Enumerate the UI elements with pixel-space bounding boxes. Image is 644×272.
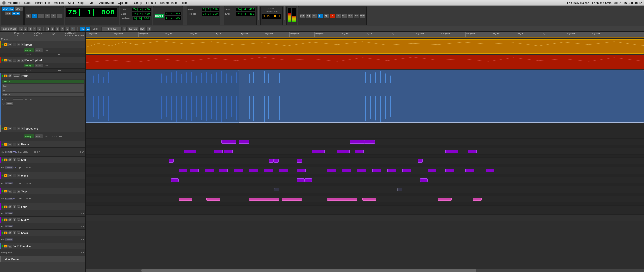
menu-ansicht[interactable]: Ansicht xyxy=(54,1,64,5)
four-clip-2[interactable] xyxy=(297,178,304,182)
tool-btn-3[interactable]: ↔ xyxy=(38,14,44,18)
zoom-v-btn[interactable]: V± xyxy=(86,27,91,31)
wong-solo[interactable]: S xyxy=(4,174,8,177)
sifu-clip-2[interactable] xyxy=(214,150,223,153)
menu-audiosuite[interactable]: AudioSuite xyxy=(99,1,114,5)
boom-insert-1[interactable]: kmEng xyxy=(24,48,34,52)
menu-optionen[interactable]: Optionen xyxy=(118,1,130,5)
wong-clip-5[interactable] xyxy=(418,159,423,163)
tapp-clip-7[interactable] xyxy=(264,169,273,172)
play-btn[interactable]: ▶ xyxy=(317,14,323,18)
ratchet-mute[interactable]: M xyxy=(8,143,12,146)
loop-btn[interactable]: ↺ xyxy=(336,14,341,18)
mtc-btn[interactable]: MTC xyxy=(360,14,365,18)
tapp-clip-17[interactable] xyxy=(445,169,454,172)
structperc-p[interactable]: P xyxy=(21,127,25,130)
zoom-h-btn[interactable]: H± xyxy=(80,27,85,31)
spot-btn[interactable]: SPOT xyxy=(15,7,23,11)
probrk-lasso[interactable]: Lasso xyxy=(13,74,20,77)
boom-c-btn[interactable]: C xyxy=(13,43,16,46)
boomtopend-solo[interactable]: S xyxy=(4,59,8,62)
probrk-insert-4[interactable]: EQ3 1B xyxy=(2,92,84,96)
abc-btn[interactable]: A/B xyxy=(354,14,359,18)
structperc-insert-1[interactable]: kmEng xyxy=(24,134,34,138)
structperc-mute[interactable]: M xyxy=(8,127,12,130)
shake-clip-6[interactable] xyxy=(362,198,376,201)
fade-in-val[interactable]: 0| 0| 000 xyxy=(133,16,150,20)
zoom-btn-5[interactable]: 5 xyxy=(37,27,41,31)
start-val2[interactable]: 74| 4| 480 xyxy=(236,7,255,11)
post-roll-toggle[interactable]: PST xyxy=(348,14,353,18)
sifu-clip-6[interactable] xyxy=(355,150,364,153)
ratchet-clip-2[interactable] xyxy=(239,140,249,144)
menu-hilfe[interactable]: Hilfe xyxy=(181,1,187,5)
shake-clip-1[interactable] xyxy=(179,198,192,201)
four-clip-3[interactable] xyxy=(304,178,312,182)
probrk-fader[interactable] xyxy=(13,98,23,100)
h-scrollbar[interactable] xyxy=(86,269,644,272)
tapp-clip-15[interactable] xyxy=(403,169,411,172)
shake-clip-7[interactable] xyxy=(438,198,452,201)
tapp-clip-5[interactable] xyxy=(234,169,243,172)
tapp-clip-9[interactable] xyxy=(297,169,306,172)
tab-taktschlaege[interactable]: Takte|Schläge xyxy=(1,27,17,31)
tapp-clip-12[interactable] xyxy=(357,169,366,172)
tapp-clip-1[interactable] xyxy=(179,169,187,172)
shake-clip-4[interactable] xyxy=(282,198,302,201)
tempo-display[interactable]: 105.000 xyxy=(262,13,281,19)
sudky-clip-1[interactable] xyxy=(274,188,279,191)
zoom-btn-4[interactable]: 4 xyxy=(33,27,37,31)
menu-spur[interactable]: Spur xyxy=(68,1,74,5)
boomtopend-p[interactable]: P xyxy=(21,59,25,62)
ratchet-clip-3[interactable] xyxy=(350,140,365,144)
rewind-btn[interactable]: ◀◀ xyxy=(305,14,311,18)
boom-insert-2[interactable]: Beat xyxy=(35,48,43,52)
tapp-clip-18[interactable] xyxy=(465,169,474,172)
zoom-btn-2[interactable]: 2 xyxy=(24,27,28,31)
four-ps[interactable]: ps xyxy=(17,205,20,208)
structperc-c[interactable]: C xyxy=(13,127,16,130)
wong-clip-4[interactable] xyxy=(297,159,302,163)
start-val[interactable]: 74| 4| 480 xyxy=(132,7,151,11)
four-clip-4[interactable] xyxy=(420,178,428,182)
ratchet-c[interactable]: C xyxy=(13,143,16,146)
menu-setup[interactable]: Setup xyxy=(134,1,142,5)
end-val[interactable]: 74| 4| 480 xyxy=(132,12,151,16)
prev-btn[interactable]: ◀ xyxy=(46,27,50,31)
tool-btn-6[interactable]: ⊕ xyxy=(57,14,63,18)
four-mute[interactable]: M xyxy=(8,205,12,208)
sudky-clip-2[interactable] xyxy=(397,188,403,191)
ffwd-btn[interactable]: ▶▶ xyxy=(324,14,329,18)
postroll-val[interactable]: 0| 1| 000 xyxy=(202,12,219,16)
menu-event[interactable]: Event xyxy=(88,1,95,5)
zoom-btn-3[interactable]: 3 xyxy=(28,27,32,31)
main-counter[interactable]: 75| 1| 000 xyxy=(66,7,118,18)
probrk-insert-2[interactable]: Beat xyxy=(2,84,84,88)
routed-btn[interactable]: Routed xyxy=(154,14,164,18)
boomtopend-c[interactable]: C xyxy=(13,59,16,62)
wong-clip-3[interactable] xyxy=(274,159,279,163)
sifu-ps[interactable]: ps xyxy=(17,158,20,161)
pre-roll-toggle[interactable]: PRE xyxy=(342,14,347,18)
tool-btn-5[interactable]: ⌖ xyxy=(51,14,56,18)
shake-c[interactable]: C xyxy=(13,231,16,234)
boomtopend-mute[interactable]: M xyxy=(8,59,12,62)
ratchet-clip-1[interactable] xyxy=(221,140,236,144)
shake-solo[interactable]: S xyxy=(4,231,8,234)
tapp-clip-14[interactable] xyxy=(387,169,396,172)
snr-solo[interactable]: S xyxy=(4,245,8,248)
tapp-clip-19[interactable] xyxy=(486,169,494,172)
a-btn[interactable]: A xyxy=(61,27,65,31)
sifu-clip-5[interactable] xyxy=(337,150,350,153)
tapp-clip-8[interactable] xyxy=(279,169,288,172)
probrk-clip-main[interactable] xyxy=(86,70,239,123)
wong-clip-1[interactable] xyxy=(169,159,174,163)
tapp-clip-4[interactable] xyxy=(219,169,228,172)
tapp-clip-13[interactable] xyxy=(372,169,381,172)
boom-mute-btn[interactable]: M xyxy=(8,43,12,46)
wong-ps[interactable]: ps xyxy=(17,174,20,177)
tool-btn-1[interactable]: ◀▶ xyxy=(26,14,31,18)
sifu-clip-8[interactable] xyxy=(468,150,477,153)
sifu-c[interactable]: C xyxy=(13,158,16,161)
probrk-mute[interactable]: M xyxy=(8,74,12,77)
